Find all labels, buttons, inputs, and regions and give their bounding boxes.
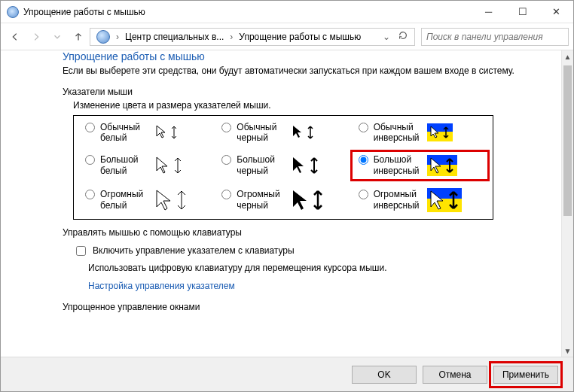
cursor-preview-icon <box>290 187 326 213</box>
footer: OK Отмена Применить <box>1 357 573 391</box>
cursor-preview-icon <box>427 123 453 141</box>
chevron-down-icon[interactable]: ⌄ <box>380 32 393 42</box>
radio-white-huge[interactable]: Огромный белый <box>81 187 212 213</box>
radio-input[interactable] <box>359 155 368 165</box>
back-button[interactable] <box>5 27 25 47</box>
cursor-preview-icon <box>154 123 181 142</box>
scroll-thumb[interactable] <box>563 65 572 216</box>
cursor-preview-icon <box>154 154 185 177</box>
cursor-preview-icon <box>154 187 190 213</box>
radio-input[interactable] <box>85 190 95 199</box>
refresh-button[interactable] <box>395 30 411 43</box>
content: Упрощение работы с мышью Если вы выберет… <box>1 50 561 357</box>
forward-button[interactable] <box>26 27 46 47</box>
radio-white-normal[interactable]: Обычный белый <box>81 122 212 144</box>
cursor-preview-icon <box>427 188 462 212</box>
radio-input[interactable] <box>221 190 231 199</box>
radio-input[interactable] <box>359 123 368 132</box>
window-controls: ─ ☐ ✕ <box>472 1 573 23</box>
cancel-button[interactable]: Отмена <box>423 366 487 384</box>
section-windows: Упрощенное управление окнами <box>63 302 543 312</box>
radio-input[interactable] <box>85 155 95 165</box>
maximize-button[interactable]: ☐ <box>505 1 539 23</box>
minimize-button[interactable]: ─ <box>472 1 505 23</box>
scroll-up-icon[interactable]: ▲ <box>562 50 573 62</box>
breadcrumb-seg-1[interactable]: Центр специальных в... <box>122 32 227 42</box>
radio-input[interactable] <box>221 155 231 165</box>
page-title: Упрощение работы с мышью <box>63 50 543 62</box>
chevron-right-icon: › <box>228 32 234 42</box>
radio-input[interactable] <box>221 123 231 132</box>
section-pointers-sub: Изменение цвета и размера указателей мыш… <box>73 100 543 111</box>
chevron-right-icon: › <box>114 32 121 42</box>
cursor-options-group: Обычный белый Обычный черный Обычный инв… <box>73 115 493 220</box>
scrollbar[interactable]: ▲ ▼ <box>561 50 573 357</box>
checkbox-mousekeys[interactable]: Включить управление указателем с клавиат… <box>73 244 543 258</box>
radio-white-large[interactable]: Большой белый <box>81 154 212 177</box>
scroll-down-icon[interactable]: ▼ <box>562 345 573 357</box>
radio-black-normal[interactable]: Обычный черный <box>218 122 348 144</box>
section-pointers: Указатели мыши <box>63 87 543 97</box>
close-button[interactable]: ✕ <box>539 1 573 23</box>
titlebar: Упрощение работы с мышью ─ ☐ ✕ <box>1 1 573 23</box>
radio-input[interactable] <box>359 190 368 199</box>
link-pointer-settings[interactable]: Настройка управления указателем <box>88 281 543 291</box>
ok-button[interactable]: OK <box>352 366 417 384</box>
radio-inv-normal[interactable]: Обычный инверсный <box>355 122 485 144</box>
breadcrumb-seg-2[interactable]: Упрощение работы с мышью <box>236 32 364 42</box>
window-title: Упрощение работы с мышью <box>23 7 472 17</box>
radio-inv-huge[interactable]: Огромный инверсный <box>355 187 485 213</box>
checkbox-label: Включить управление указателем с клавиат… <box>93 245 295 256</box>
navbar: › Центр специальных в... › Упрощение раб… <box>1 23 573 50</box>
up-button[interactable] <box>69 27 88 47</box>
section-keyboard: Управлять мышью с помощью клавиатуры <box>63 227 543 238</box>
app-icon <box>7 6 19 18</box>
apply-button[interactable]: Применить <box>493 366 558 384</box>
control-panel-icon <box>96 30 110 44</box>
breadcrumb[interactable]: › Центр специальных в... › Упрощение раб… <box>90 28 415 46</box>
search-input[interactable] <box>421 28 569 46</box>
page-intro: Если вы выберете эти средства, они будут… <box>63 65 543 76</box>
radio-black-huge[interactable]: Огромный черный <box>218 187 348 213</box>
radio-inv-large[interactable]: Большой инверсный <box>355 154 485 177</box>
radio-input[interactable] <box>85 123 95 132</box>
radio-black-large[interactable]: Большой черный <box>218 154 348 177</box>
cursor-preview-icon <box>290 123 317 142</box>
recent-dropdown[interactable] <box>47 27 67 47</box>
cursor-preview-icon <box>427 155 457 176</box>
mousekeys-hint: Использовать цифровую клавиатуру для пер… <box>88 263 543 273</box>
cursor-preview-icon <box>290 154 322 177</box>
checkbox-input[interactable] <box>76 246 86 256</box>
